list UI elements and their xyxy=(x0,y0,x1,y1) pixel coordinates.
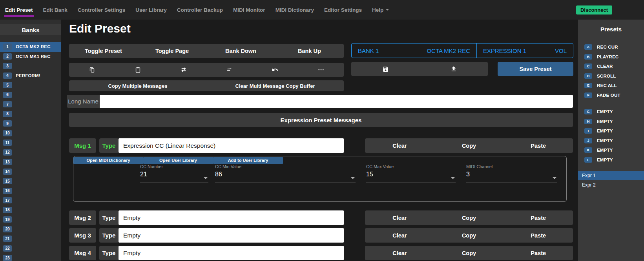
clear-button[interactable]: Clear xyxy=(365,228,434,243)
nav-item-controller-settings[interactable]: Controller Settings xyxy=(73,0,131,20)
type-label-button[interactable]: Type xyxy=(99,246,119,260)
bank-row[interactable]: 12 xyxy=(0,148,61,158)
clear-button[interactable]: Clear xyxy=(365,246,434,260)
chevron-down-icon xyxy=(204,177,208,179)
bank-row[interactable]: 11 xyxy=(0,138,61,148)
clear-multi-message-copy-buffer-button[interactable]: Clear Multi Message Copy Buffer xyxy=(206,80,344,91)
type-label-button[interactable]: Type xyxy=(99,228,119,243)
bank-row[interactable]: 15 xyxy=(0,176,61,186)
preset-row[interactable]: IEMPTY xyxy=(578,126,644,136)
swap-icon[interactable] xyxy=(161,63,206,77)
more-icon[interactable] xyxy=(298,63,344,77)
type-label-button[interactable]: Type xyxy=(99,138,119,153)
copy-icon[interactable] xyxy=(69,63,115,77)
copy-button[interactable]: Copy xyxy=(434,246,504,260)
msg-label-button[interactable]: Msg 4 xyxy=(69,246,96,260)
bank-row[interactable]: 16 xyxy=(0,186,61,196)
bank-row[interactable]: 8 xyxy=(0,109,61,119)
copy-button[interactable]: Copy xyxy=(434,228,504,243)
cc-max-value-field[interactable]: CC Max Value15 xyxy=(366,164,456,183)
preset-row[interactable]: LEMPTY xyxy=(578,155,644,165)
preset-key-badge: H xyxy=(584,119,592,124)
msg-label-button[interactable]: Msg 1 xyxy=(69,138,96,153)
paste-button[interactable]: Paste xyxy=(504,210,573,225)
reorder-icon[interactable] xyxy=(206,63,252,77)
add-to-user-library-button[interactable]: Add to User Library xyxy=(213,157,283,164)
copy-multiple-messages-button[interactable]: Copy Multiple Messages xyxy=(69,80,206,91)
save-preset-button[interactable]: Save Preset xyxy=(498,62,573,76)
bank-row[interactable]: 20 xyxy=(0,225,61,234)
nav-item-midi-monitor[interactable]: MIDI Monitor xyxy=(228,0,270,20)
bank-row[interactable]: 19 xyxy=(0,215,61,225)
upload-icon[interactable] xyxy=(420,62,488,76)
copy-button[interactable]: Copy xyxy=(434,210,504,225)
preset-name: FADE OUT xyxy=(597,93,620,98)
preset-row[interactable]: JEMPTY xyxy=(578,136,644,146)
nav-item-midi-dictionary[interactable]: MIDI Dictionary xyxy=(270,0,319,20)
bank-number-badge: 7 xyxy=(3,101,12,107)
message-type-select[interactable]: Empty xyxy=(119,246,344,260)
bank-row[interactable]: 6 xyxy=(0,90,61,100)
bank-row[interactable]: 17 xyxy=(0,196,61,205)
bank-row[interactable]: 18 xyxy=(0,205,61,215)
cc-min-value-field[interactable]: CC Min Value86 xyxy=(215,164,356,183)
open-user-library-button[interactable]: Open User Library xyxy=(143,157,213,164)
preset-row[interactable]: CCLEAR xyxy=(578,62,644,71)
save-icon[interactable] xyxy=(351,62,420,76)
disconnect-button[interactable]: Disconnect xyxy=(576,5,612,14)
bank-row[interactable]: 1OCTA MK2 REC xyxy=(0,42,61,52)
paste-button[interactable]: Paste xyxy=(504,138,573,153)
toggle-button-bank-up[interactable]: Bank Up xyxy=(275,44,344,58)
long-name-input[interactable] xyxy=(100,95,573,108)
paste-button[interactable]: Paste xyxy=(504,246,573,260)
nav-item-help[interactable]: Help xyxy=(367,0,394,20)
preset-row[interactable]: FFADE OUT xyxy=(578,91,644,100)
bank-row[interactable]: 13 xyxy=(0,157,61,167)
type-label-button[interactable]: Type xyxy=(99,210,119,225)
preset-row[interactable]: HEMPTY xyxy=(578,117,644,127)
toggle-button-toggle-preset[interactable]: Toggle Preset xyxy=(69,44,138,58)
nav-item-controller-backup[interactable]: Controller Backup xyxy=(172,0,228,20)
nav-item-edit-preset[interactable]: Edit Preset xyxy=(0,0,38,20)
bank-row[interactable]: 9 xyxy=(0,119,61,129)
paste-icon[interactable] xyxy=(115,63,161,77)
bank-row[interactable]: 21 xyxy=(0,234,61,244)
clear-button[interactable]: Clear xyxy=(365,138,434,153)
nav-item-user-library[interactable]: User Library xyxy=(130,0,172,20)
bank-row[interactable]: 14 xyxy=(0,167,61,177)
toggle-button-bank-down[interactable]: Bank Down xyxy=(206,44,275,58)
preset-row[interactable]: DSCROLL xyxy=(578,71,644,81)
chevron-down-icon xyxy=(451,177,455,179)
bank-row[interactable]: 10 xyxy=(0,129,61,138)
bank-row[interactable]: 23 xyxy=(0,253,61,261)
copy-button[interactable]: Copy xyxy=(434,138,504,153)
paste-button[interactable]: Paste xyxy=(504,228,573,243)
preset-row[interactable]: KEMPTY xyxy=(578,145,644,155)
clear-button[interactable]: Clear xyxy=(365,210,434,225)
open-midi-dictionary-button[interactable]: Open MIDI Dictionary xyxy=(73,157,143,164)
message-type-select[interactable]: Expression CC (Linear Response) xyxy=(119,138,344,153)
msg-label-button[interactable]: Msg 2 xyxy=(69,210,96,225)
message-type-select[interactable]: Empty xyxy=(119,228,344,243)
cc-number-field[interactable]: CC Number21 xyxy=(140,164,208,183)
bank-row[interactable]: 7 xyxy=(0,100,61,109)
bank-row[interactable]: 5 xyxy=(0,80,61,90)
preset-row[interactable]: BPLAYREC xyxy=(578,52,644,62)
nav-item-edit-bank[interactable]: Edit Bank xyxy=(38,0,73,20)
bank-row[interactable]: 2OCTA MK1 REC xyxy=(0,52,61,62)
undo-icon[interactable] xyxy=(252,63,298,77)
msg-label-button[interactable]: Msg 3 xyxy=(69,228,96,243)
expression-row[interactable]: Expr 1 xyxy=(578,171,644,180)
bank-row[interactable]: 3 xyxy=(0,61,61,71)
preset-key-badge: D xyxy=(584,73,592,79)
bank-row[interactable]: 22 xyxy=(0,244,61,254)
bank-row[interactable]: 4PERFORM! xyxy=(0,71,61,81)
nav-item-editor-settings[interactable]: Editor Settings xyxy=(319,0,367,20)
preset-row[interactable]: EREC ALL xyxy=(578,81,644,91)
preset-row[interactable]: GEMPTY xyxy=(578,107,644,117)
midi-channel-field[interactable]: MIDI Channel3 xyxy=(466,164,557,183)
preset-row[interactable]: AREC CUR xyxy=(578,42,644,52)
toggle-button-toggle-page[interactable]: Toggle Page xyxy=(138,44,206,58)
message-type-select[interactable]: Empty xyxy=(119,210,344,225)
expression-row[interactable]: Expr 2 xyxy=(578,180,644,190)
